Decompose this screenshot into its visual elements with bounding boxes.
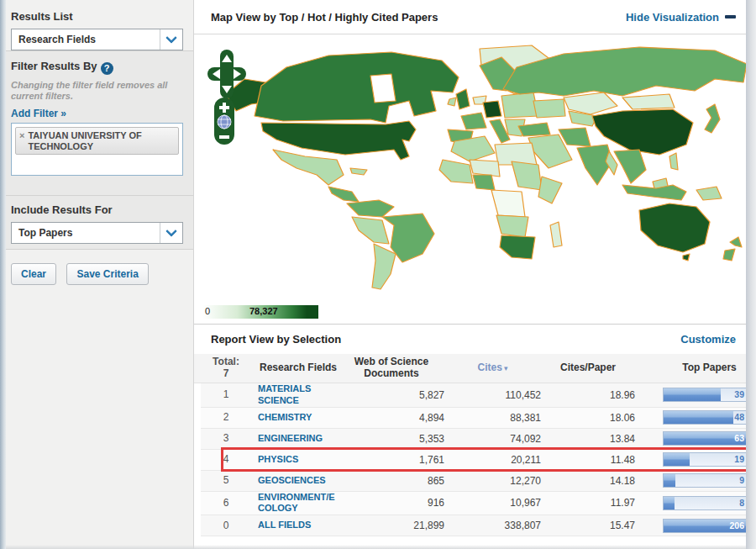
row-cites: 12,270 [444,475,541,487]
map-legend: 0 78,327 [202,305,318,319]
results-list-section: Results List Research Fields [6,0,193,50]
row-documents: 5,353 [339,433,444,445]
top-papers-bar-fill [664,497,675,509]
add-filter-link[interactable]: Add Filter » [11,108,66,119]
row-cites: 74,092 [444,433,541,445]
row-cites-per-paper: 15.47 [541,520,635,531]
column-research-fields[interactable]: Research Fields [258,362,339,374]
top-papers-value: 48 [734,412,744,422]
top-papers-value: 63 [734,433,744,443]
include-results-dropdown[interactable]: Top Papers [11,222,183,244]
top-papers-bar: 48 [663,410,756,425]
hide-visualization-link[interactable]: Hide Visualization [626,11,736,24]
chevron-down-icon [165,225,177,237]
results-list-selected: Research Fields [18,34,96,45]
row-cites-per-paper: 13.84 [541,433,635,445]
report-header: Report View by Selection Customize [194,324,756,354]
research-field-link[interactable]: CHEMISTRY [258,412,312,422]
research-field-link[interactable]: GEOSCIENCES [258,475,326,485]
row-rank: 5 [201,475,251,486]
results-list-title: Results List [11,10,183,23]
filter-note: Changing the filter field removes all cu… [11,80,183,102]
top-papers-bar: 19 [663,452,756,467]
column-cites-sorted[interactable]: Cites▾ [444,362,541,374]
top-papers-bar-fill [664,411,733,424]
collapse-icon [725,15,736,18]
globe-icon [218,115,231,129]
remove-filter-icon[interactable]: × [19,130,24,140]
top-papers-value: 9 [739,475,744,485]
table-row: 6 ENVIRONMENT/ECOLOGY 916 10,967 11.97 8 [201,492,756,516]
top-papers-bar-fill [664,453,690,466]
research-field-link[interactable]: ENVIRONMENT/ECOLOGY [258,492,335,514]
table-row: 1 MATERIALS SCIENCE 5,827 110,452 18.96 … [201,383,756,408]
column-documents[interactable]: Web of Science Documents [339,356,444,380]
row-rank: 4 [201,454,251,465]
row-rank: 3 [201,433,251,444]
top-papers-bar-fill [664,388,721,401]
row-documents: 1,761 [339,454,444,466]
help-icon[interactable]: ? [101,62,113,75]
filter-tag[interactable]: × TAIYUAN UNIVERSITY OF TECHNOLOGY [15,127,179,155]
row-cites: 338,807 [444,520,541,531]
dropdown-arrow[interactable] [160,29,182,50]
top-papers-bar: 8 [663,496,756,510]
report-rows: 1 MATERIALS SCIENCE 5,827 110,452 18.96 … [194,383,756,536]
total-count: Total: 7 [201,356,251,380]
clear-button[interactable]: Clear [11,263,56,285]
save-criteria-button[interactable]: Save Criteria [66,263,148,285]
row-documents: 916 [339,497,444,509]
map-zoom-control[interactable] [213,97,235,145]
row-documents: 5,827 [339,389,444,401]
column-cites-per-paper[interactable]: Cites/Paper [541,362,635,374]
row-rank: 0 [201,520,251,531]
row-cites: 88,381 [444,412,541,424]
filter-tag-label: TAIYUAN UNIVERSITY OF TECHNOLOGY [28,130,175,151]
main-panel: Map View by Top / Hot / Highly Cited Pap… [193,0,756,549]
page-right-edge [746,0,756,549]
row-cites-per-paper: 11.48 [541,454,635,466]
row-documents: 4,894 [339,412,444,424]
include-results-title: Include Results For [11,203,183,216]
top-papers-bar: 63 [663,431,756,446]
include-results-selected: Top Papers [18,227,72,239]
row-documents: 21,899 [339,520,444,531]
row-cites: 10,967 [444,497,541,509]
sidebar-actions: Clear Save Criteria [6,249,193,549]
top-papers-value: 206 [729,520,744,531]
row-cites-per-paper: 14.18 [541,475,635,487]
table-row: 0 ALL FIELDS 21,899 338,807 15.47 206 [201,515,756,536]
sort-descending-icon: ▾ [504,364,508,372]
map-pan-control[interactable] [207,50,246,98]
row-rank: 2 [201,412,251,423]
legend-min: 0 [205,306,210,316]
row-cites-per-paper: 11.97 [541,497,635,509]
report-title: Report View by Selection [211,333,341,346]
row-cites: 110,452 [444,389,541,401]
dropdown-arrow[interactable] [160,223,182,243]
row-cites: 20,211 [444,454,541,466]
world-map-visualization[interactable] [202,42,753,294]
table-header-row: Total: 7 Research Fields Web of Science … [194,354,756,383]
zoom-out-icon [219,135,229,139]
map-title: Map View by Top / Hot / Highly Cited Pap… [211,11,438,24]
row-rank: 6 [201,498,251,509]
table-row: 3 ENGINEERING 5,353 74,092 13.84 63 [201,429,756,450]
research-field-link[interactable]: ENGINEERING [258,433,323,443]
research-field-link[interactable]: PHYSICS [258,454,298,464]
filter-section: Filter Results By? Changing the filter f… [6,50,193,195]
row-cites-per-paper: 18.06 [541,412,635,424]
top-papers-bar-fill [664,474,675,487]
active-filters-box: × TAIYUAN UNIVERSITY OF TECHNOLOGY [11,123,183,176]
results-list-dropdown[interactable]: Research Fields [11,29,183,50]
research-field-link[interactable]: MATERIALS SCIENCE [258,383,311,405]
row-cites-per-paper: 18.96 [541,389,635,401]
table-row: 5 GEOSCIENCES 865 12,270 14.18 9 [201,471,756,492]
column-top-papers[interactable]: Top Papers [663,362,756,374]
map-header: Map View by Top / Hot / Highly Cited Pap… [194,0,756,34]
page-bottom-edge [6,545,746,549]
research-field-link[interactable]: ALL FIELDS [258,520,311,530]
top-papers-value: 39 [734,389,744,399]
customize-link[interactable]: Customize [680,333,736,346]
row-rank: 1 [201,389,251,400]
